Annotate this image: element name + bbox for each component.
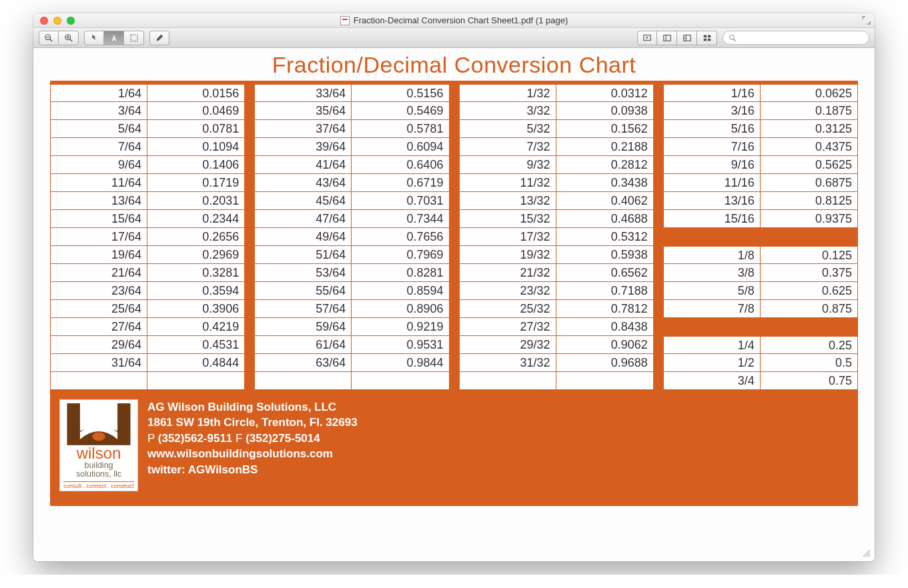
fraction-cell: 1/32 [459,84,556,102]
view-mode-group [637,31,717,45]
fraction-cell: 15/16 [663,210,761,228]
view-content-only-button[interactable] [657,31,677,45]
fraction-cell: 3/4 [663,372,761,390]
close-button[interactable] [40,17,48,25]
fraction-cell: 39/64 [254,138,352,156]
decimal-cell: 0.5469 [352,102,449,120]
text-select-tool-button[interactable] [104,31,124,45]
col-32: 1/320.03123/320.09385/320.15627/320.2188… [459,84,654,390]
footer-text: AG Wilson Building Solutions, LLC 1861 S… [147,399,358,477]
table-row: 59/640.9219 [254,318,449,336]
fraction-cell: 35/64 [254,102,352,120]
logo-mark [63,403,135,445]
table-row: 3/80.375 [663,264,858,282]
view-contact-sheet-button[interactable] [697,31,717,45]
conversion-table: 1/640.01563/640.04695/640.07817/640.1094… [50,81,858,390]
fraction-cell: 13/64 [50,192,147,210]
table-row: 41/640.6406 [254,156,449,174]
fraction-cell: 17/32 [459,228,556,246]
fraction-cell: 1/8 [663,246,761,264]
fraction-cell: 29/64 [50,336,147,354]
zoom-out-button[interactable] [39,31,59,45]
table-row [254,372,449,390]
titlebar: Fraction-Decimal Conversion Chart Sheet1… [33,13,875,28]
decimal-cell: 0.5156 [352,84,449,102]
fraction-cell: 9/32 [459,156,556,174]
fraction-cell: 41/64 [254,156,352,174]
table-row: 61/640.9531 [254,336,449,354]
search-field[interactable] [723,31,869,45]
decimal-cell: 0.1562 [556,120,654,138]
company-address: 1861 SW 19th Circle, Trenton, Fl. 32693 [147,415,358,430]
table-row: 13/640.2031 [50,192,245,210]
fullscreen-icon[interactable] [862,16,871,25]
fraction-cell: 37/64 [254,120,352,138]
table-row: 21/320.6562 [459,264,654,282]
fraction-cell: 49/64 [254,228,352,246]
phone-number: (352)562-9511 [158,432,233,445]
table-row: 15/320.4688 [459,210,654,228]
fraction-cell: 59/64 [254,318,352,336]
decimal-cell: 0.3125 [761,120,858,138]
decimal-cell: 0.9062 [556,336,654,354]
decimal-cell: 0.375 [761,264,858,282]
decimal-cell: 0.0781 [147,120,245,138]
decimal-cell: 0.8594 [352,282,449,300]
decimal-cell: 0.6406 [352,156,449,174]
table-row: 17/320.5312 [459,228,654,246]
move-tool-button[interactable] [84,31,104,45]
phone-label-p: P [147,432,155,445]
view-slideshow-button[interactable] [637,31,657,45]
minimize-button[interactable] [53,17,61,25]
decimal-cell: 0.8125 [761,192,858,210]
table-row: 45/640.7031 [254,192,449,210]
fraction-cell: 21/64 [50,264,147,282]
svg-rect-9 [663,35,670,41]
table-row: 27/640.4219 [50,318,245,336]
view-thumbnails-button[interactable] [677,31,697,45]
fraction-cell: 27/64 [50,318,147,336]
company-name: AG Wilson Building Solutions, LLC [147,399,358,415]
fraction-cell: 3/8 [663,264,761,282]
svg-rect-7 [131,35,137,41]
table-row: 25/320.7812 [459,300,654,318]
annotate-button[interactable] [149,31,169,45]
area-select-tool-button[interactable] [124,31,144,45]
fraction-cell: 45/64 [254,192,352,210]
fraction-cell: 25/64 [50,300,147,318]
table-row: 3/640.0469 [50,102,245,120]
decimal-cell: 0.3281 [147,264,245,282]
svg-line-4 [69,39,72,41]
table-row: 47/640.7344 [254,210,449,228]
fraction-cell: 19/32 [459,246,556,264]
fraction-cell: 1/4 [663,336,761,354]
zoom-in-button[interactable] [59,31,79,45]
zoom-button[interactable] [67,17,75,25]
table-row: 9/320.2812 [459,156,654,174]
fraction-cell: 53/64 [254,264,352,282]
fraction-cell: 33/64 [254,84,352,102]
document-viewport[interactable]: Fraction/Decimal Conversion Chart 1/640.… [33,48,875,561]
table-row: 25/640.3906 [50,300,245,318]
decimal-cell: 0.0156 [147,84,245,102]
gap [663,318,858,336]
gap [663,228,858,246]
table-row: 13/320.4062 [459,192,654,210]
fraction-cell: 7/8 [663,300,761,318]
decimal-cell: 0.1406 [147,156,245,174]
table-row: 13/160.8125 [663,192,858,210]
resize-handle-icon[interactable] [861,548,871,557]
fraction-cell: 3/32 [459,102,556,120]
decimal-cell: 0.4375 [761,138,858,156]
decimal-cell: 0.3594 [147,282,245,300]
table-row: 1/640.0156 [50,84,245,102]
search-input[interactable] [741,33,863,43]
decimal-cell: 0.2031 [147,192,245,210]
table-row: 3/160.1875 [663,102,858,120]
document-footer: wilson building solutions, llc consult .… [50,390,858,506]
decimal-cell: 0.5312 [556,228,654,246]
page-title: Fraction/Decimal Conversion Chart [50,52,858,78]
decimal-cell: 0.125 [761,246,858,264]
table-row: 15/640.2344 [50,210,245,228]
decimal-cell: 0.5781 [352,120,449,138]
